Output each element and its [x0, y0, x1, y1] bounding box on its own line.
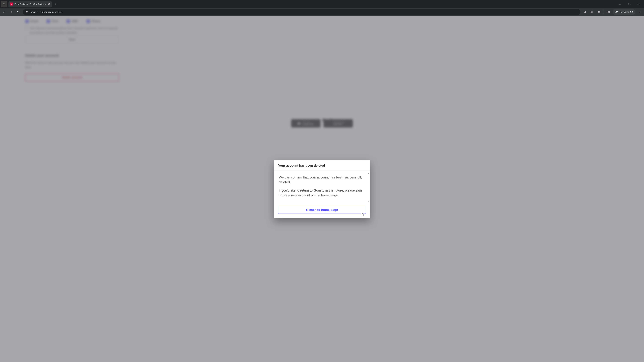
- window-minimize-button[interactable]: [616, 1, 623, 7]
- svg-point-3: [26, 12, 27, 13]
- address-bar[interactable]: gousto.co.uk/account-details: [23, 9, 580, 15]
- url-text: gousto.co.uk/account-details: [30, 10, 62, 13]
- incognito-icon: [615, 11, 618, 13]
- svg-point-10: [640, 13, 640, 13]
- scroll-up-arrow-icon[interactable]: ▴: [368, 172, 369, 175]
- svg-point-9: [640, 12, 640, 12]
- modal-paragraph-2: If you'd like to return to Gousto in the…: [279, 188, 365, 198]
- zoom-icon[interactable]: [582, 9, 588, 14]
- svg-point-2: [27, 12, 28, 12]
- incognito-label: Incognito (2): [620, 11, 633, 13]
- site-settings-icon[interactable]: [25, 10, 29, 14]
- browser-tab[interactable]: g Food Delivery | Try Our Recipe k: [8, 1, 52, 7]
- tab-search-dropdown[interactable]: [1, 1, 7, 7]
- browser-toolbar: gousto.co.uk/account-details Incognito (…: [0, 8, 644, 16]
- modal-paragraph-1: We can confirm that your account has bee…: [279, 175, 365, 185]
- tab-favicon: g: [10, 2, 13, 5]
- new-tab-button[interactable]: +: [53, 2, 58, 6]
- modal-footer: Return to home page: [274, 204, 370, 218]
- tab-close-button[interactable]: [47, 2, 50, 5]
- return-home-button[interactable]: Return to home page: [278, 206, 366, 214]
- svg-point-4: [584, 11, 586, 12]
- window-maximize-button[interactable]: [626, 1, 632, 7]
- page-viewport: ✓Email ✓Post ✓SMS ✓Phone Get relevant co…: [0, 16, 644, 362]
- window-close-button[interactable]: [635, 1, 642, 7]
- svg-point-1: [26, 11, 27, 11]
- svg-point-6: [616, 12, 617, 13]
- extensions-icon[interactable]: [596, 9, 602, 14]
- kebab-menu-icon[interactable]: [637, 9, 642, 14]
- account-deleted-modal: Your account has been deleted ▴ We can c…: [274, 160, 370, 218]
- forward-button[interactable]: [9, 9, 14, 14]
- modal-title: Your account has been deleted: [274, 160, 370, 171]
- window-controls: [616, 1, 643, 7]
- toolbar-separator: [604, 10, 604, 14]
- svg-rect-0: [628, 3, 630, 5]
- reload-button[interactable]: [16, 9, 21, 14]
- bookmark-star-icon[interactable]: [590, 9, 594, 14]
- incognito-indicator[interactable]: Incognito (2): [613, 9, 635, 15]
- svg-rect-5: [607, 11, 610, 13]
- back-button[interactable]: [2, 9, 7, 14]
- browser-titlebar: g Food Delivery | Try Our Recipe k +: [0, 0, 644, 8]
- modal-body: ▴ We can confirm that your account has b…: [274, 171, 370, 204]
- svg-point-8: [640, 11, 640, 11]
- scroll-down-arrow-icon[interactable]: ▾: [368, 200, 369, 203]
- tab-title: Food Delivery | Try Our Recipe k: [14, 3, 46, 5]
- side-panel-icon[interactable]: [606, 9, 611, 14]
- svg-point-7: [617, 12, 618, 13]
